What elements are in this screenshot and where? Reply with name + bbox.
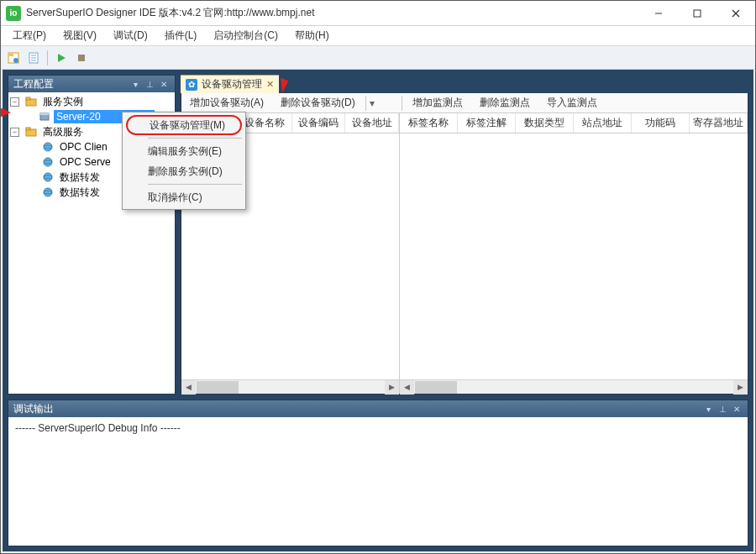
globe-icon [41,141,55,153]
tabstrip: ✿ 设备驱动管理 ✕ [181,75,748,93]
col-register-addr[interactable]: 寄存器地址 [690,113,748,133]
globe-icon [41,186,55,198]
doc-toolbar: 增加设备驱动(A) 删除设备驱动(D) ▾ 增加监测点 删除监测点 导入监测点 [181,93,748,113]
svg-point-25 [44,188,52,196]
debug-panel-title: 调试输出 [13,402,54,416]
delete-tag-button[interactable]: 删除监测点 [471,93,538,112]
stop-icon[interactable] [72,49,91,67]
panel-pin-icon[interactable]: ⊥ [144,78,155,90]
toolbar [1,46,755,70]
close-button[interactable] [717,1,755,26]
tree-label: 数据转发 [57,170,102,186]
col-data-type[interactable]: 数据类型 [516,113,574,133]
panel-dropdown-icon[interactable]: ▾ [702,403,714,415]
panel-close-icon[interactable]: ✕ [731,403,743,415]
gear-icon: ✿ [186,79,197,91]
titlebar: io ServerSuperIO Designer IDE 版本:v4.2 官网… [1,1,755,26]
document-area: ✿ 设备驱动管理 ✕ 增加设备驱动(A) 删除设备驱动(D) ▾ [181,75,748,395]
collapse-icon[interactable]: − [10,128,19,137]
panel-close-icon[interactable]: ✕ [158,78,170,90]
tab-device-driver[interactable]: ✿ 设备驱动管理 ✕ [181,75,279,93]
tag-grid: 标签名称 标签注解 数据类型 站点地址 功能码 寄存器地址 ◀ ▶ [400,113,748,394]
new-project-icon[interactable] [4,49,23,67]
col-device-code[interactable]: 设备编码 [292,113,346,133]
pane-divider [402,96,402,111]
toolbar-separator [47,50,48,65]
col-device-name[interactable]: 设备名称 [239,113,292,133]
debug-output[interactable]: ------ ServerSuperIO Debug Info ------ [8,417,748,546]
menu-separator [148,184,242,185]
scroll-right-icon[interactable]: ▶ [385,380,399,395]
svg-point-23 [44,173,52,181]
document: 增加设备驱动(A) 删除设备驱动(D) ▾ 增加监测点 删除监测点 导入监测点 [181,93,748,395]
collapse-icon[interactable]: − [10,97,19,107]
tree-label: 服务实例 [40,94,86,110]
server-icon [38,111,51,123]
svg-point-6 [13,58,18,63]
menubar: 工程(P) 视图(V) 调试(D) 插件(L) 启动控制台(C) 帮助(H) [1,26,755,46]
tab-close-icon[interactable]: ✕ [266,79,274,90]
annotation-arrow-icon [276,78,289,93]
delete-driver-button[interactable]: 删除设备驱动(D) [272,93,364,112]
menu-delete-instance[interactable]: 删除服务实例(D) [124,161,244,181]
project-panel-header: 工程配置 ▾ ⊥ ✕ [8,76,175,92]
panel-dropdown-icon[interactable]: ▾ [129,78,141,90]
menu-plugin[interactable]: 插件(L) [156,26,206,45]
menu-console[interactable]: 启动控制台(C) [205,26,286,45]
maximize-button[interactable] [678,1,717,26]
menu-debug[interactable]: 调试(D) [105,26,156,45]
svg-rect-12 [78,55,85,61]
doc-split: 设备名称 设备编码 设备地址 ◀ ▶ [181,113,748,394]
debug-panel-header: 调试输出 ▾ ⊥ ✕ [8,400,748,417]
document-icon[interactable] [24,49,43,67]
menu-edit-instance[interactable]: 编辑服务实例(E) [124,141,244,161]
svg-rect-16 [40,113,49,115]
tree-label: 数据转发 [57,185,102,201]
menu-manage-drivers[interactable]: 设备驱动管理(M) [126,115,242,135]
col-station-addr[interactable]: 站点地址 [574,113,632,133]
svg-point-21 [44,158,52,166]
col-device-addr[interactable]: 设备地址 [345,113,399,133]
col-func-code[interactable]: 功能码 [632,113,690,133]
scroll-right-icon[interactable]: ▶ [733,380,748,395]
folder-icon [24,96,38,107]
tree-label: OPC Clien [57,140,110,154]
scroll-left-icon[interactable]: ◀ [181,380,196,395]
workspace: 工程配置 ▾ ⊥ ✕ − 服务实例 Server-20 [3,70,753,551]
toolbar-separator [365,96,366,111]
svg-marker-11 [58,54,66,62]
col-tag-name[interactable]: 标签名称 [400,113,458,133]
scroll-thumb[interactable] [415,381,457,394]
col-tag-desc[interactable]: 标签注解 [458,113,516,133]
svg-point-19 [44,143,52,151]
minimize-button[interactable] [639,1,678,26]
grid-header: 标签名称 标签注解 数据类型 站点地址 功能码 寄存器地址 [400,113,748,133]
import-tag-button[interactable]: 导入监测点 [538,93,606,112]
svg-rect-14 [26,97,30,100]
project-panel-title: 工程配置 [13,77,54,91]
upper-area: 工程配置 ▾ ⊥ ✕ − 服务实例 Server-20 [8,75,748,395]
scroll-thumb[interactable] [197,381,239,394]
grid-body[interactable] [400,133,748,379]
window-title: ServerSuperIO Designer IDE 版本:v4.2 官网:ht… [26,6,639,20]
globe-icon [41,156,55,168]
tree-label: 高级服务 [40,124,86,140]
hscrollbar[interactable]: ◀ ▶ [181,379,399,394]
folder-icon [24,126,38,138]
menu-project[interactable]: 工程(P) [4,26,55,45]
hscrollbar[interactable]: ◀ ▶ [400,379,748,394]
menu-help[interactable]: 帮助(H) [286,26,338,45]
overflow-icon[interactable]: ▾ [368,97,376,109]
svg-rect-1 [694,10,701,17]
add-tag-button[interactable]: 增加监测点 [404,93,471,112]
menu-view[interactable]: 视图(V) [55,26,105,45]
run-icon[interactable] [52,49,71,67]
add-driver-button[interactable]: 增加设备驱动(A) [181,93,272,112]
globe-icon [41,171,55,183]
menu-cancel[interactable]: 取消操作(C) [124,187,244,207]
scroll-left-icon[interactable]: ◀ [400,380,414,395]
tree-node-services[interactable]: − 服务实例 [8,94,175,109]
debug-panel: 调试输出 ▾ ⊥ ✕ ------ ServerSuperIO Debug In… [8,400,748,546]
tree-label: OPC Serve [57,155,113,169]
panel-pin-icon[interactable]: ⊥ [717,403,728,415]
